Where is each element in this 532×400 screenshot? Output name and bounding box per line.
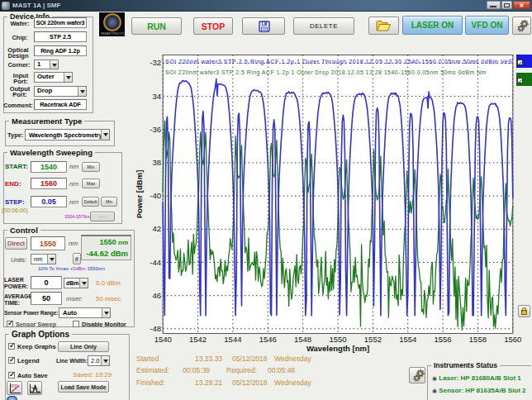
svg-text:34: 34	[152, 92, 161, 101]
svg-text:-40: -40	[150, 191, 161, 200]
svg-text:SOI 220nm wafer3 STP 2.5 Ring: SOI 220nm wafer3 STP 2.5 Ring ACF 1.2p 1…	[165, 69, 487, 76]
svg-text:42: 42	[152, 224, 161, 233]
svg-text:-36: -36	[150, 125, 161, 134]
svg-text:Wavelength [nm]: Wavelength [nm]	[306, 344, 369, 353]
svg-text:1558: 1558	[469, 335, 487, 344]
svg-text:SOI 220nm wafer3 STP 2.5 Ring: SOI 220nm wafer3 STP 2.5 Ring ACF 1.2p 1…	[165, 59, 513, 65]
svg-text:38: 38	[152, 158, 161, 167]
svg-text:46: 46	[152, 291, 161, 300]
svg-text:1550: 1550	[329, 335, 346, 344]
svg-text:Power [dBm]: Power [dBm]	[135, 170, 144, 219]
svg-text:-44: -44	[150, 258, 161, 267]
svg-text:1542: 1542	[189, 335, 207, 344]
svg-text:-48: -48	[150, 324, 161, 333]
svg-text:1548: 1548	[294, 335, 311, 344]
svg-text:1546: 1546	[259, 335, 277, 344]
svg-text:1554: 1554	[399, 335, 416, 344]
svg-text:-32: -32	[150, 58, 161, 67]
svg-text:1552: 1552	[364, 335, 382, 344]
svg-text:1540: 1540	[154, 335, 172, 344]
svg-text:1544: 1544	[224, 335, 241, 344]
svg-text:1556: 1556	[435, 335, 452, 344]
svg-text:1560: 1560	[504, 335, 521, 344]
